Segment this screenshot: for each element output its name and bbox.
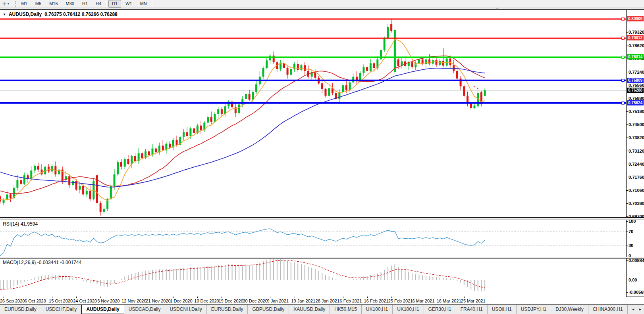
chart-tab-gbpusd-daily[interactable]: GBPUSD,Daily	[248, 305, 289, 314]
date-tick-mark	[343, 297, 343, 298]
price-axis[interactable]: 0.793200.786200.779400.772400.765600.758…	[626, 10, 644, 297]
chart-tab-eurusd-daily[interactable]: EURUSD,Daily	[0, 305, 41, 314]
candle-body	[48, 167, 50, 171]
timeframe-button-m30[interactable]: M30	[62, 0, 78, 8]
candle-body	[297, 64, 299, 70]
price-tick-label: 0.76560	[626, 83, 644, 88]
candle-body	[484, 90, 486, 96]
date-tick-mark	[270, 297, 270, 298]
axis-tick-mark	[626, 124, 628, 125]
candle-body	[75, 181, 77, 190]
chart-tab-hk50-m15[interactable]: HK50,M15	[330, 305, 362, 314]
chart-tab-xauusd-daily[interactable]: XAUUSD,Daily	[289, 305, 330, 314]
price-tick-label: 0.77240	[626, 70, 644, 75]
date-axis[interactable]: 26 Sep 20206 Oct 202015 Oct 202024 Oct 2…	[0, 297, 626, 304]
candle-body	[373, 63, 375, 68]
price-tick-label: 0.71760	[626, 175, 644, 180]
price-tick-label: 0.73120	[626, 149, 644, 153]
chart-tab-uk100-h1[interactable]: UK100,H1	[393, 305, 424, 314]
level-line-anchor[interactable]	[622, 37, 624, 39]
timeframe-button-h4[interactable]: H4	[92, 0, 105, 8]
timeframe-button-w1[interactable]: W1	[122, 0, 136, 8]
timeframe-button-m5[interactable]: M5	[32, 0, 45, 8]
axis-tick-text: 0.75180	[629, 109, 644, 114]
toolbar-grip[interactable]	[15, 1, 16, 7]
axis-tick-mark	[626, 256, 628, 256]
candle-body	[436, 60, 438, 65]
date-tick-label: 12 Nov 2020	[121, 299, 146, 303]
axis-tick-text: 0.00	[629, 278, 637, 282]
level-price-label: 0.80009	[627, 16, 644, 21]
candle-body	[221, 109, 223, 114]
timeframe-button-h1[interactable]: H1	[79, 0, 91, 8]
chart-tab-dj30-weekly[interactable]: DJ30,Weekly	[551, 305, 588, 314]
chart-tab-usdjpy-h1[interactable]: USDJPY,H1	[517, 305, 551, 314]
timeframe-buttons: M1M5M15M30H1H4D1W1MN	[17, 0, 151, 8]
date-tick-label: 25 Feb 2021	[388, 299, 413, 303]
timeframe-button-m1[interactable]: M1	[18, 0, 31, 8]
date-tick-label: 24 Oct 2020	[73, 299, 97, 303]
price-tick-label: 0.72440	[626, 162, 644, 167]
chart-tab-usdcad-daily[interactable]: USDCAD,Daily	[124, 305, 166, 314]
date-tick-mark	[125, 297, 125, 298]
level-line-anchor[interactable]	[622, 79, 624, 82]
candle-body	[148, 151, 150, 155]
date-tick-label: 6 Feb 2021	[340, 299, 362, 303]
toolbar-separator	[106, 1, 107, 7]
candle-body	[473, 105, 475, 108]
date-tick-label: 19 Dec 2020	[218, 299, 243, 303]
axis-tick-mark	[626, 32, 628, 33]
chart-tab-usdchf-daily[interactable]: USDCHF,Daily	[41, 305, 82, 314]
candle-body	[349, 82, 351, 90]
axis-tick-text: 100	[629, 219, 636, 224]
chart-tab-uk100-h1[interactable]: UK100,H1	[362, 305, 393, 314]
timeframe-button-d1[interactable]: D1	[108, 0, 121, 8]
macd-indicator-label: MACD(12,26,9) -0.003441 -0.001744	[3, 260, 81, 265]
timeframe-button-mn[interactable]: MN	[137, 0, 150, 8]
candle-body	[290, 69, 292, 75]
price-tick-label: 0.79320	[626, 30, 644, 34]
chart-tab-china300-h1[interactable]: CHINA300,H1	[588, 305, 628, 314]
chart-canvas[interactable]: **	[0, 0, 644, 304]
dock-grip-icon[interactable]: ▼	[496, 7, 499, 11]
rsi-indicator-label: RSI(14) 41.9594	[3, 221, 38, 227]
candle-body	[117, 162, 119, 174]
price-tick-label: 0.71060	[626, 188, 644, 193]
chart-tab-eurusd-daily[interactable]: EURUSD,Daily	[207, 305, 248, 314]
axis-tick-text: 70	[629, 229, 633, 234]
tab-scroll-right-icon[interactable]: ►	[639, 308, 642, 311]
tab-scroll-left-icon[interactable]: ◄	[632, 308, 635, 311]
axis-tick-text: 0.72440	[629, 162, 644, 167]
candle-body	[16, 180, 18, 188]
axis-tick-mark	[626, 138, 628, 138]
crosshair-cursor-icon[interactable]: ✛	[0, 1, 8, 7]
level-line-anchor[interactable]	[622, 18, 624, 20]
cursor-dropdown-caret-icon[interactable]: ▾	[8, 2, 12, 6]
chart-tab-ger30-h1[interactable]: GER30,H1	[424, 305, 456, 314]
macd-axis-label: 0.00884	[626, 258, 644, 263]
chart-tab-usdcnh-daily[interactable]: USDCNH,Daily	[165, 305, 206, 314]
chart-menu-arrow-icon[interactable]: ▼	[3, 13, 6, 16]
level-price-label: 0.76809	[627, 78, 644, 83]
chart-tab-usoil-h1[interactable]: USOil,H1	[488, 305, 517, 314]
price-tick-label: 0.75880	[626, 96, 644, 101]
date-tick-mark	[367, 297, 368, 298]
axis-tick-mark	[626, 164, 628, 164]
axis-tick-mark	[626, 46, 628, 46]
chart-tab-audusd-daily[interactable]: AUDUSD,Daily	[81, 305, 124, 314]
chart-tab-fra40-h1[interactable]: FRA40,H1	[456, 305, 488, 314]
rsi-axis-label: 70	[626, 229, 633, 234]
timeframe-button-m15[interactable]: M15	[46, 0, 61, 8]
candle-body	[3, 200, 5, 203]
axis-tick-text: 30	[629, 243, 633, 248]
candle-body	[442, 61, 444, 66]
axis-tick-mark	[626, 111, 628, 112]
level-line-anchor[interactable]	[622, 102, 624, 104]
candle-body	[439, 61, 441, 65]
candle-body	[217, 109, 219, 114]
date-tick-mark	[197, 297, 198, 298]
level-line-anchor[interactable]	[622, 56, 624, 58]
date-tick-mark	[246, 297, 246, 298]
price-tick-label: 0.73820	[626, 135, 644, 140]
candle-body	[418, 59, 420, 63]
